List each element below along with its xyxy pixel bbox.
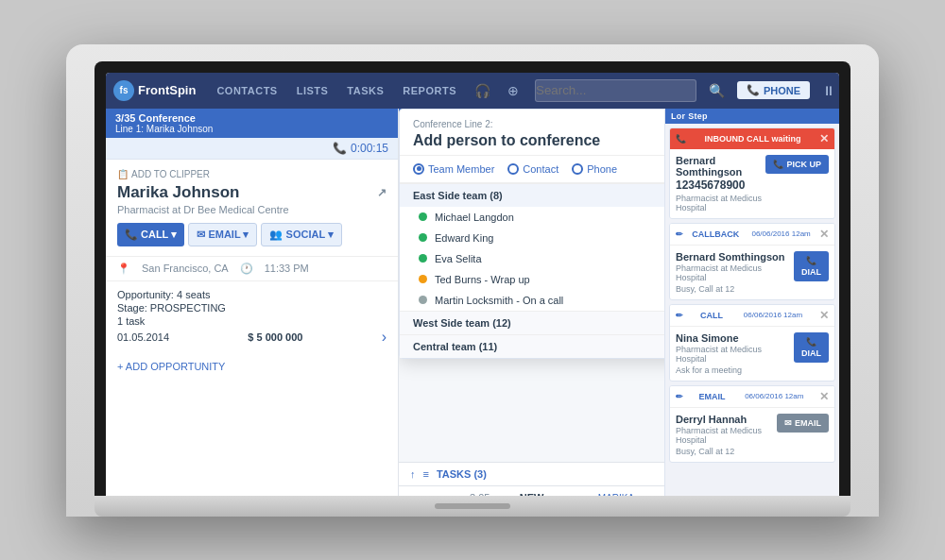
conference-line: Line 1: Marika Johnson <box>115 124 388 134</box>
phone-label: PHONE <box>764 85 800 96</box>
location-icon: 📍 <box>117 263 130 275</box>
tasks-label: 1 task <box>117 315 145 327</box>
nav-lists[interactable]: LISTS <box>291 81 335 100</box>
radio-team-member[interactable]: Team Member <box>413 163 494 175</box>
clipper-icon: 📋 <box>117 169 129 179</box>
call-name: Nina Simone <box>676 332 794 344</box>
status-dot-gray <box>419 296 427 304</box>
phone-button[interactable]: 📞 PHONE <box>737 81 810 99</box>
member-eva[interactable]: Eva Selita <box>400 248 664 269</box>
call-header: ✏ CALL 06/06/2016 12am ✕ <box>670 305 834 327</box>
call-dial-button[interactable]: 📞 DIAL <box>794 332 829 363</box>
timeline-row: 03/21/2014 3:05 PM NEW CONTACT 👤 MARIKA … <box>399 485 664 496</box>
opp-next-icon[interactable]: › <box>382 329 387 346</box>
opportunity-label: Opportunity: 4 seats <box>117 289 210 300</box>
modal-line2: Conference Line 2: <box>413 119 664 129</box>
notif-inbound: 📞 INBOUND CALL waiting ✕ Bernard Somthin… <box>669 127 835 219</box>
timeline-label: NEW CONTACT <box>520 492 570 496</box>
pause-icon[interactable]: ⏸ <box>817 81 839 100</box>
nav-contacts[interactable]: CONTACTS <box>211 81 283 100</box>
left-panel: 3/35 Conference Line 1: Marika Johnson 📞… <box>106 109 399 496</box>
add-opportunity-button[interactable]: + ADD OPPORTUNITY <box>106 355 398 378</box>
callback-name: Bernard Somthingson <box>676 251 794 263</box>
plus-icon[interactable]: ⊕ <box>503 81 524 100</box>
logo-icon: fs <box>113 80 134 101</box>
social-button[interactable]: 👥 SOCIAL ▾ <box>261 223 341 246</box>
call-sub: Ask for a meeting <box>676 365 794 375</box>
laptop-notch <box>435 503 510 509</box>
tasks-row: 1 task <box>117 315 387 327</box>
call-chevron: ▾ <box>171 229 177 241</box>
phone-icon: 📞 <box>747 84 760 96</box>
laptop-outer: fs FrontSpin CONTACTS LISTS TASKS REPORT… <box>66 44 879 517</box>
member-martin[interactable]: Martin Locksmith - On a call <box>400 290 664 311</box>
search-input[interactable] <box>535 79 696 102</box>
timeline-sub: MARIKA JOHNSON <box>598 493 653 496</box>
email-button[interactable]: ✉ EMAIL ▾ <box>188 223 257 246</box>
pickup-button[interactable]: 📞 PICK UP <box>765 155 829 174</box>
team-central-header[interactable]: Central team (11) ▼ <box>400 334 664 358</box>
notif-call: ✏ CALL 06/06/2016 12am ✕ Nina Simone Pha… <box>669 304 835 382</box>
headset-icon[interactable]: 🎧 <box>470 81 495 100</box>
close-email[interactable]: ✕ <box>819 390 829 403</box>
tasks-list-icon: ≡ <box>423 468 429 480</box>
team-east-header[interactable]: East Side team (8) ▲ <box>400 183 664 207</box>
right-panel-header: Lor Step <box>665 109 839 124</box>
opp-date: 01.05.2014 <box>117 331 169 343</box>
inbound-body: Bernard Somthingson 12345678900 Pharmaci… <box>670 149 834 218</box>
member-ted[interactable]: Ted Burns - Wrap up <box>400 269 664 290</box>
logo-area: fs FrontSpin <box>113 80 196 101</box>
screen-bezel: fs FrontSpin CONTACTS LISTS TASKS REPORT… <box>94 61 850 496</box>
call-company: Pharmacist at Medicus Hospital <box>676 345 794 364</box>
call-button[interactable]: 📞 CALL ▾ <box>117 223 184 246</box>
add-to-clipper-button[interactable]: 📋 ADD TO CLIPPER <box>117 169 387 179</box>
radio-contact[interactable]: Contact <box>507 163 558 175</box>
status-dot-green <box>419 212 427 221</box>
radio-dot-team <box>413 163 424 175</box>
callback-dial-button[interactable]: 📞 DIAL <box>794 251 829 281</box>
stage-label: Stage: PROSPECTING <box>117 302 226 314</box>
email-action-icon: ✉ <box>784 418 792 428</box>
social-icon: 👥 <box>269 229 283 240</box>
email-header: ✏ EMAIL 06/06/2016 12am ✕ <box>670 386 834 408</box>
search-icon[interactable]: 🔍 <box>704 81 730 100</box>
close-callback[interactable]: ✕ <box>819 228 829 241</box>
email-name: Derryl Hannah <box>676 414 777 425</box>
call-info: Nina Simone Pharmacist at Medicus Hospit… <box>676 332 794 375</box>
modal-title: Add person to conference <box>413 132 664 149</box>
close-inbound[interactable]: ✕ <box>819 132 829 145</box>
call-icon: 📞 <box>125 229 138 241</box>
email-action-button[interactable]: ✉ EMAIL <box>777 414 829 433</box>
inbound-header: 📞 INBOUND CALL waiting ✕ <box>670 128 834 149</box>
team-west-header[interactable]: West Side team (12) ▼ <box>400 311 664 334</box>
timer-icon: 📞 <box>333 142 347 155</box>
external-link-icon[interactable]: ↗ <box>377 186 387 199</box>
notif-email: ✏ EMAIL 06/06/2016 12am ✕ Derryl Hannah … <box>669 385 835 463</box>
close-call[interactable]: ✕ <box>819 309 829 322</box>
radio-dot-contact <box>507 163 519 175</box>
phone-icon-inbound: 📞 <box>676 134 686 144</box>
laptop-base <box>94 496 850 517</box>
contact-name: Marika Johnson ↗ <box>117 183 387 202</box>
email-sub: Busy, Call at 12 <box>676 447 777 456</box>
tasks-bar[interactable]: ↑ ≡ TASKS (3) <box>399 462 664 485</box>
tasks-up-arrow: ↑ <box>410 468 416 480</box>
radio-phone[interactable]: Phone <box>572 163 617 175</box>
member-michael[interactable]: Michael Langdon <box>400 207 664 228</box>
callback-phone-icon: 📞 <box>806 256 816 265</box>
opp-amount: $ 5 000 000 <box>248 331 302 343</box>
email-icon: ✉ <box>197 229 205 240</box>
conference-modal: Conference Line 2: Add person to confere… <box>399 109 664 359</box>
call-phone-icon: 📞 <box>806 337 816 347</box>
inbound-company: Pharmacist at Medicus Hospital <box>676 194 765 212</box>
nav-tasks[interactable]: TASKS <box>341 81 389 100</box>
nav-reports[interactable]: REPORTS <box>397 81 462 100</box>
right-panel: Lor Step 📞 INBOUND CALL waiting ✕ Bernar… <box>664 109 839 496</box>
status-dot-yellow <box>419 275 427 283</box>
date-amount-row: 01.05.2014 $ 5 000 000 › <box>117 329 387 346</box>
member-edward[interactable]: Edward King <box>400 228 664 248</box>
email-company: Pharmacist at Medicus Hospital <box>676 426 777 445</box>
location-value: San Francisco, CA <box>142 263 229 275</box>
contact-meta: 📍 San Francisco, CA 🕐 11:33 PM <box>106 257 398 281</box>
opportunity-section: Opportunity: 4 seats Stage: PROSPECTING … <box>106 281 398 355</box>
